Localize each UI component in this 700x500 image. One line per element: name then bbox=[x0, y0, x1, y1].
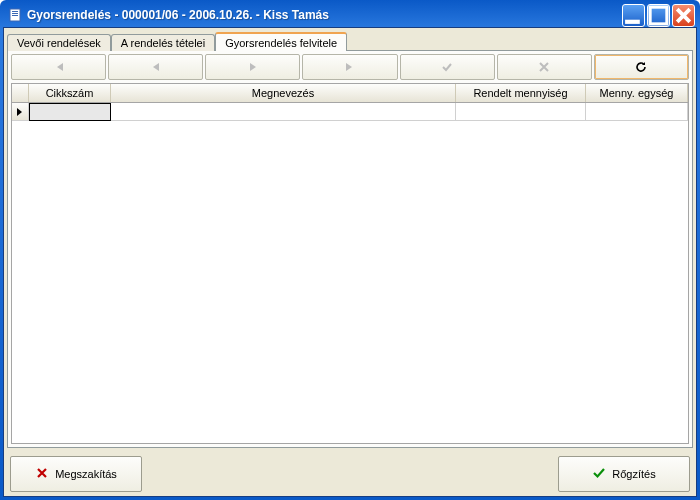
titlebar[interactable]: Gyorsrendelés - 000001/06 - 2006.10.26. … bbox=[3, 3, 697, 27]
window-title: Gyorsrendelés - 000001/06 - 2006.10.26. … bbox=[27, 8, 622, 22]
items-grid[interactable]: Cikkszám Megnevezés Rendelt mennyiség Me… bbox=[11, 83, 689, 444]
svg-rect-2 bbox=[12, 13, 18, 14]
window-buttons bbox=[622, 4, 695, 27]
grid-body[interactable] bbox=[12, 103, 688, 443]
tab-panel: Cikkszám Megnevezés Rendelt mennyiség Me… bbox=[7, 50, 693, 448]
footer: Megszakítás Rőgzítés bbox=[4, 451, 696, 496]
grid-header-selector[interactable] bbox=[12, 84, 29, 102]
svg-rect-1 bbox=[12, 11, 18, 12]
nav-last-button[interactable] bbox=[302, 54, 397, 80]
close-button[interactable] bbox=[672, 4, 695, 27]
svg-rect-5 bbox=[650, 7, 667, 24]
client-area: Vevői rendelések A rendelés tételei Gyor… bbox=[3, 27, 697, 497]
grid-row[interactable] bbox=[12, 103, 688, 121]
row-indicator-icon bbox=[12, 103, 29, 121]
nav-post-button[interactable] bbox=[400, 54, 495, 80]
cancel-button-label: Megszakítás bbox=[55, 468, 117, 480]
nav-first-button[interactable] bbox=[11, 54, 106, 80]
check-icon bbox=[592, 466, 606, 482]
nav-prev-button[interactable] bbox=[108, 54, 203, 80]
app-window: Gyorsrendelés - 000001/06 - 2006.10.26. … bbox=[0, 0, 700, 500]
cell-menny-egyseg[interactable] bbox=[586, 103, 688, 121]
cancel-button[interactable]: Megszakítás bbox=[10, 456, 142, 492]
save-button[interactable]: Rőgzítés bbox=[558, 456, 690, 492]
col-header-cikkszam[interactable]: Cikkszám bbox=[29, 84, 111, 102]
cell-cikkszam[interactable] bbox=[29, 103, 111, 121]
tab-customer-orders[interactable]: Vevői rendelések bbox=[7, 34, 111, 51]
cell-megnevezes[interactable] bbox=[111, 103, 456, 121]
maximize-button[interactable] bbox=[647, 4, 670, 27]
nav-next-button[interactable] bbox=[205, 54, 300, 80]
nav-refresh-button[interactable] bbox=[594, 54, 689, 80]
col-header-megnevezes[interactable]: Megnevezés bbox=[111, 84, 456, 102]
grid-header: Cikkszám Megnevezés Rendelt mennyiség Me… bbox=[12, 84, 688, 103]
nav-cancel-button[interactable] bbox=[497, 54, 592, 80]
tab-quick-order-entry[interactable]: Gyorsrendelés felvitele bbox=[215, 32, 347, 51]
tab-order-items[interactable]: A rendelés tételei bbox=[111, 34, 215, 51]
record-navigator bbox=[11, 54, 689, 80]
app-icon bbox=[7, 7, 23, 23]
svg-rect-3 bbox=[12, 15, 18, 16]
cell-rendelt-mennyiseg[interactable] bbox=[456, 103, 586, 121]
svg-rect-4 bbox=[625, 19, 640, 23]
save-button-label: Rőgzítés bbox=[612, 468, 655, 480]
tab-strip: Vevői rendelések A rendelés tételei Gyor… bbox=[4, 30, 696, 50]
cross-icon bbox=[35, 466, 49, 482]
col-header-rendelt-mennyiseg[interactable]: Rendelt mennyiség bbox=[456, 84, 586, 102]
col-header-menny-egyseg[interactable]: Menny. egység bbox=[586, 84, 688, 102]
minimize-button[interactable] bbox=[622, 4, 645, 27]
